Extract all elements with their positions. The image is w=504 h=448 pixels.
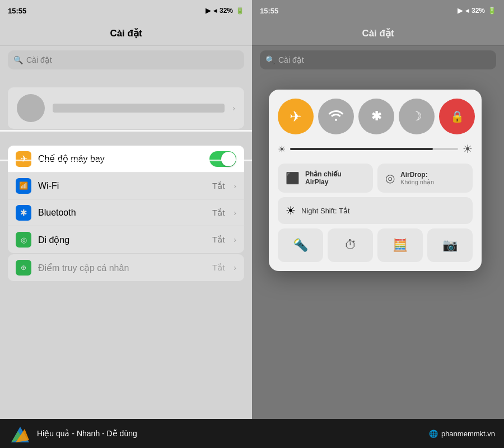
- airplane-mode-label: Chế độ máy bay: [38, 153, 203, 164]
- wifi-icon: 📶: [16, 178, 31, 194]
- bottom-tagline: Hiệu quả - Nhanh - Dễ dùng: [37, 429, 137, 438]
- cc-wifi-button[interactable]: [318, 99, 354, 134]
- settings-item-airplane[interactable]: ✈ Chế độ máy bay: [8, 146, 244, 172]
- cc-bottom-row: 🔦 ⏱ 🧮 📷: [278, 228, 473, 262]
- cc-airplane-icon: ✈: [290, 108, 302, 125]
- right-search-bar[interactable]: 🔍 Cài đặt: [260, 50, 496, 69]
- right-nav-bar: Cài đặt: [252, 21, 504, 46]
- right-status-bar: 15:55 ▶ ◂ 32% 🔋: [252, 0, 504, 21]
- profile-name: [53, 104, 225, 113]
- settings-item-cellular[interactable]: ◎ Di động Tắt ›: [8, 226, 244, 253]
- cc-brightness-low-icon: ☀: [278, 144, 286, 155]
- cc-rotation-button[interactable]: 🔒: [439, 99, 475, 134]
- control-center: ✈ ✱ ☽ 🔒: [269, 90, 482, 271]
- right-search-icon: 🔍: [265, 55, 275, 64]
- profile-avatar: [17, 94, 45, 122]
- cc-brightness-high-icon: ☀: [463, 142, 473, 156]
- left-location-icon: ◂: [213, 7, 217, 15]
- hotspot-chevron: ›: [234, 263, 236, 272]
- bluetooth-value: Tắt: [212, 208, 225, 218]
- cc-airdrop-tile[interactable]: ◎ AirDrop: Không nhận: [377, 164, 473, 193]
- bluetooth-chevron: ›: [234, 208, 236, 217]
- left-status-bar: 15:55 ▶ ◂ 32% 🔋: [0, 0, 252, 21]
- cc-buttons-row: ✈ ✱ ☽ 🔒: [278, 99, 473, 134]
- right-phone: 15:55 ▶ ◂ 32% 🔋 Cài đặt 🔍 Cài đặt ✈: [252, 0, 504, 419]
- cc-timer-button[interactable]: ⏱: [328, 228, 373, 262]
- cc-airdrop-sub: Không nhận: [400, 179, 434, 186]
- right-signal-icon: ▶: [458, 7, 463, 15]
- cc-airplane-button[interactable]: ✈: [278, 99, 314, 134]
- cc-bluetooth-icon: ✱: [371, 109, 381, 124]
- cc-airplay-tile[interactable]: ⬛ Phản chiếu AirPlay: [278, 164, 373, 193]
- left-signal-icon: ▶: [206, 7, 211, 15]
- airplane-mode-toggle[interactable]: [209, 151, 236, 167]
- cc-night-shift-row[interactable]: ☀ Night Shift: Tắt: [278, 197, 473, 224]
- cellular-value: Tắt: [212, 235, 225, 245]
- mkt-logo: [9, 422, 31, 445]
- right-time: 15:55: [260, 7, 278, 15]
- settings-item-hotspot[interactable]: ⊕ Điểm truy cập cá nhân Tắt ›: [8, 254, 244, 281]
- left-nav-bar: Cài đặt: [0, 21, 252, 46]
- left-phone: 15:55 ▶ ◂ 32% 🔋 Cài đặt 🔍 Cài đặt › ✈ Ch…: [0, 0, 252, 419]
- toggle-knob: [221, 152, 236, 166]
- cc-airplay-label: Phản chiếu: [305, 170, 342, 178]
- cc-flashlight-button[interactable]: 🔦: [278, 228, 323, 262]
- cc-airplay-label2: AirPlay: [305, 178, 342, 186]
- left-battery-icon: 🔋: [236, 7, 244, 15]
- cc-flashlight-icon: 🔦: [293, 238, 308, 253]
- cc-night-shift-icon: ☀: [286, 204, 296, 217]
- cc-calculator-button[interactable]: 🧮: [377, 228, 423, 262]
- right-search-placeholder: Cài đặt: [278, 55, 304, 64]
- right-battery-icon: 🔋: [488, 7, 496, 15]
- right-nav-title: Cài đặt: [362, 27, 394, 39]
- bottom-bar-left: Hiệu quả - Nhanh - Dễ dùng: [9, 422, 137, 445]
- cellular-icon: ◎: [16, 232, 31, 248]
- bottom-bar: Hiệu quả - Nhanh - Dễ dùng 🌐 phanmemmkt.…: [0, 419, 504, 448]
- right-location-icon: ◂: [465, 7, 469, 15]
- left-search-placeholder: Cài đặt: [26, 55, 52, 64]
- bottom-bar-right: 🌐 phanmemmkt.vn: [429, 430, 495, 438]
- cc-camera-button[interactable]: 📷: [427, 228, 473, 262]
- profile-chevron-icon: ›: [232, 104, 235, 113]
- hotspot-label: Điểm truy cập cá nhân: [38, 263, 206, 273]
- right-battery: 32%: [472, 7, 485, 15]
- cc-airdrop-icon: ◎: [385, 171, 395, 185]
- bluetooth-label: Bluetooth: [38, 208, 206, 218]
- hotspot-value: Tắt: [212, 263, 225, 273]
- cc-grid-row: ⬛ Phản chiếu AirPlay ◎ AirDrop: Không nh…: [278, 164, 473, 193]
- airplane-mode-icon: ✈: [16, 151, 31, 167]
- cc-brightness-fill: [290, 148, 433, 150]
- wifi-label: Wi-Fi: [38, 181, 206, 191]
- settings-item-bluetooth[interactable]: ✱ Bluetooth Tắt ›: [8, 199, 244, 226]
- cc-bluetooth-button[interactable]: ✱: [358, 99, 394, 134]
- cc-airplay-icon: ⬛: [286, 171, 300, 185]
- profile-section[interactable]: ›: [8, 87, 244, 129]
- cellular-label: Di động: [38, 235, 206, 245]
- cc-night-shift-label: Night Shift: Tắt: [301, 207, 350, 215]
- cc-airdrop-label: AirDrop:: [400, 171, 434, 179]
- cc-lock-icon: 🔒: [450, 110, 464, 123]
- cc-wifi-icon: [328, 106, 344, 127]
- cc-calculator-icon: 🧮: [393, 238, 408, 253]
- cc-brightness-row: ☀ ☀: [278, 142, 473, 156]
- cc-timer-icon: ⏱: [344, 238, 357, 253]
- cc-dnd-button[interactable]: ☽: [399, 99, 435, 134]
- settings-group-network: ✈ Chế độ máy bay 📶 Wi-Fi Tắt › ✱ Bluetoo…: [8, 146, 244, 253]
- cellular-chevron: ›: [234, 235, 236, 244]
- left-battery: 32%: [220, 7, 233, 15]
- settings-item-wifi[interactable]: 📶 Wi-Fi Tắt ›: [8, 172, 244, 199]
- hotspot-icon: ⊕: [16, 260, 31, 276]
- cc-brightness-track[interactable]: [290, 148, 458, 150]
- wifi-chevron: ›: [234, 181, 236, 190]
- cc-moon-icon: ☽: [411, 109, 422, 124]
- left-time: 15:55: [8, 7, 26, 15]
- hotspot-group: ⊕ Điểm truy cập cá nhân Tắt ›: [8, 254, 244, 281]
- globe-icon: 🌐: [429, 430, 438, 438]
- left-nav-title: Cài đặt: [110, 27, 142, 39]
- left-search-bar[interactable]: 🔍 Cài đặt: [8, 50, 244, 69]
- wifi-value: Tắt: [212, 181, 225, 191]
- cc-camera-icon: 📷: [442, 238, 458, 253]
- left-search-icon: 🔍: [13, 55, 23, 64]
- website-url: phanmemmkt.vn: [441, 430, 495, 438]
- bluetooth-icon: ✱: [16, 205, 31, 221]
